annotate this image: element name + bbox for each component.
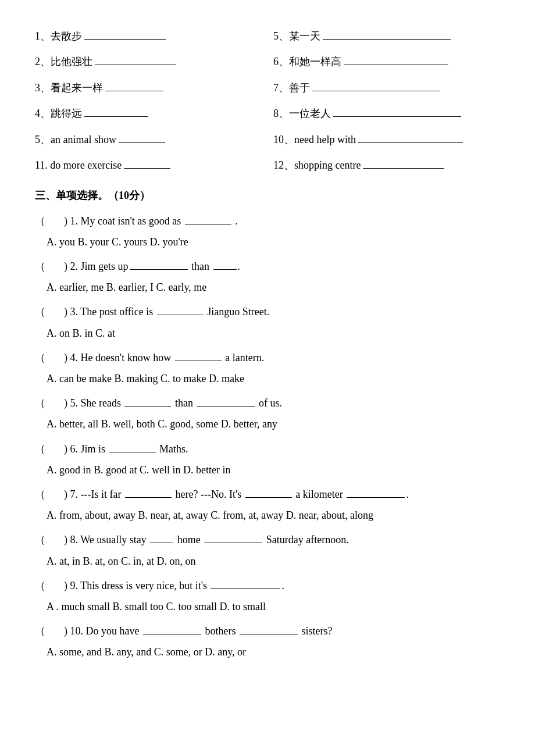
question-3: （ ) 3. The post office is Jianguo Street… — [35, 302, 500, 322]
question-1: （ ) 1. My coat isn't as good as . — [35, 211, 500, 231]
vocab-item: 8、一位老人 — [273, 101, 500, 126]
question-6: （ ) 6. Jim is Maths. — [35, 439, 500, 459]
options-6: A. good in B. good at C. well in D. bett… — [35, 460, 500, 480]
question-8: （ ) 8. We usually stay home Saturday aft… — [35, 530, 500, 550]
options-7: A. from, about, away B. near, at, away C… — [35, 505, 500, 525]
options-3: A. on B. in C. at — [35, 323, 500, 343]
vocab-item: 10、need help with — [273, 127, 500, 152]
question-4: （ ) 4. He doesn't know how a lantern. — [35, 348, 500, 368]
section-title: 三、单项选择。（10分） — [35, 186, 500, 205]
vocab-right-col: 5、某一天 6、和她一样高 7、善于 8、一位老人 10、need help w… — [273, 23, 500, 178]
vocab-left-col: 1、去散步 2、比他强壮 3、看起来一样 4、跳得远 5、an animal s… — [35, 23, 262, 178]
vocab-item: 3、看起来一样 — [35, 75, 262, 101]
options-5: A. better, all B. well, both C. good, so… — [35, 414, 500, 434]
options-1: A. you B. your C. yours D. you're — [35, 232, 500, 252]
question-7: （ ) 7. ---Is it far here? ---No. It's a … — [35, 484, 500, 504]
vocab-item: 5、某一天 — [273, 23, 500, 49]
question-9: （ ) 9. This dress is very nice, but it's… — [35, 576, 500, 595]
question-2: （ ) 2. Jim gets up than . — [35, 256, 500, 276]
question-10: （ ) 10. Do you have bothers sisters? — [35, 621, 500, 641]
vocab-item: 1、去散步 — [35, 23, 262, 49]
options-10: A. some, and B. any, and C. some, or D. … — [35, 642, 500, 662]
vocab-item: 2、比他强壮 — [35, 49, 262, 74]
vocab-item: 6、和她一样高 — [273, 49, 500, 74]
options-9: A . much small B. small too C. too small… — [35, 597, 500, 616]
options-8: A. at, in B. at, on C. in, at D. on, on — [35, 551, 500, 571]
vocab-item: 5、an animal show — [35, 127, 262, 152]
vocab-item: 11. do more exercise — [35, 152, 262, 178]
vocab-item: 4、跳得远 — [35, 101, 262, 126]
options-2: A. earlier, me B. earlier, I C. early, m… — [35, 277, 500, 297]
options-4: A. can be make B. making C. to make D. m… — [35, 369, 500, 388]
vocab-item: 7、善于 — [273, 75, 500, 101]
vocab-item: 12、shopping centre — [273, 152, 500, 178]
question-5: （ ) 5. She reads than of us. — [35, 393, 500, 413]
vocab-section: 1、去散步 2、比他强壮 3、看起来一样 4、跳得远 5、an animal s… — [35, 23, 500, 178]
